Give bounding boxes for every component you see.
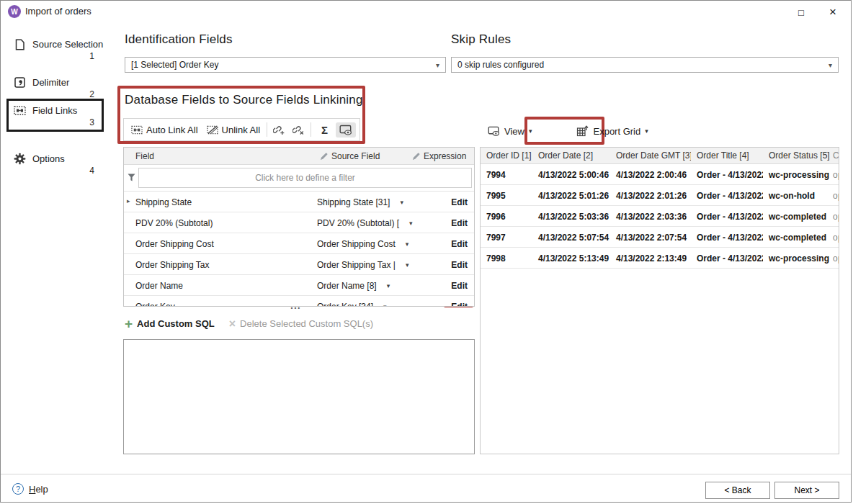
field-links-table: Field Source Field Expression Click here… xyxy=(123,147,475,307)
identification-fields-value: [1 Selected] Order Key xyxy=(131,60,218,70)
identification-fields-dropdown[interactable]: [1 Selected] Order Key ▾ xyxy=(125,57,446,73)
add-custom-sql-button[interactable]: Add Custom SQL xyxy=(137,318,215,329)
next-button[interactable]: Next > xyxy=(774,482,839,499)
order-cell: 7996 xyxy=(481,206,532,226)
chevron-down-icon: ▾ xyxy=(387,282,390,289)
field-link-row[interactable]: ▸Order Shipping CostOrder Shipping Cost▾… xyxy=(124,233,474,254)
auto-link-all-button[interactable]: Auto Link All xyxy=(127,122,202,138)
export-grid-button[interactable]: Export Grid ▾ xyxy=(571,122,653,140)
export-grid-icon xyxy=(576,125,589,137)
toolbar-separator xyxy=(267,122,267,137)
order-cell: 4/13/2022 5:03:36 xyxy=(532,206,610,226)
source-field-dropdown[interactable]: PDV 20% (Subtotal) [▾ xyxy=(317,218,413,228)
order-row[interactable]: 79944/13/2022 5:00:464/13/2022 2:00:46Or… xyxy=(481,164,839,185)
view-button[interactable]: View ▾ xyxy=(482,123,537,140)
custom-sql-bar: + Add Custom SQL × Delete Selected Custo… xyxy=(125,318,373,329)
grid-column-header[interactable]: Order Date GMT [3] xyxy=(610,148,691,163)
field-link-row[interactable]: ▸Shipping StateShipping State [31]▾Edit xyxy=(124,192,474,212)
remove-link-button[interactable] xyxy=(289,122,308,138)
edit-button[interactable]: Edit xyxy=(451,260,468,270)
import-orders-window: W Import of orders □ × Source Selection … xyxy=(0,0,852,503)
step-number: 3 xyxy=(14,117,102,127)
auto-link-all-label: Auto Link All xyxy=(146,125,198,135)
grid-column-header[interactable]: Order Date [2] xyxy=(532,148,610,163)
unlink-all-button[interactable]: Unlink All xyxy=(202,122,264,138)
filter-input[interactable]: Click here to define a filter xyxy=(138,168,472,188)
auto-link-icon xyxy=(131,125,143,135)
close-button[interactable]: × xyxy=(821,4,845,21)
export-grid-label: Export Grid xyxy=(593,126,640,137)
back-button[interactable]: < Back xyxy=(705,482,770,499)
row-expander-icon[interactable]: ▸ xyxy=(127,197,130,204)
grid-column-header[interactable]: C xyxy=(830,148,839,163)
field-link-row[interactable]: ▸Order Shipping TaxOrder Shipping Tax |▾… xyxy=(124,254,474,275)
sidebar-item-label: Options xyxy=(32,153,65,164)
expression-sigma-button[interactable]: Σ xyxy=(313,122,336,138)
column-header-field[interactable]: Field xyxy=(135,151,154,161)
orders-preview-grid: Order ID [1]Order Date [2]Order Date GMT… xyxy=(480,147,839,454)
field-link-row[interactable]: ▸PDV 20% (Subtotal)PDV 20% (Subtotal) [▾… xyxy=(124,212,474,233)
source-field-dropdown[interactable]: Order Shipping Tax |▾ xyxy=(317,260,409,270)
field-name: Order Name xyxy=(135,281,183,291)
edit-button[interactable]: Edit xyxy=(451,197,468,207)
edit-button[interactable]: Edit xyxy=(451,218,468,228)
sidebar-item-field-links[interactable]: Field Links 3 xyxy=(6,99,104,132)
filter-funnel-icon[interactable] xyxy=(128,174,135,181)
order-row[interactable]: 79954/13/2022 5:01:264/13/2022 2:01:26Or… xyxy=(481,185,839,206)
source-field-dropdown[interactable]: Order Shipping Cost▾ xyxy=(317,239,408,249)
resize-grip[interactable]: ... xyxy=(290,300,301,311)
maximize-button[interactable]: □ xyxy=(789,4,813,21)
order-cell: op xyxy=(830,185,839,205)
help-link[interactable]: ? Help xyxy=(12,483,48,495)
order-cell: 4/13/2022 5:13:49 xyxy=(532,248,610,268)
unlink-icon xyxy=(207,125,218,135)
chevron-down-icon: ▾ xyxy=(383,303,387,307)
help-question-icon: ? xyxy=(12,483,24,495)
window-title: Import of orders xyxy=(25,6,91,17)
edit-button[interactable]: Edit xyxy=(451,281,468,291)
column-header-source-field[interactable]: Source Field xyxy=(320,151,380,161)
source-field-dropdown[interactable]: Shipping State [31]▾ xyxy=(317,197,403,207)
custom-sql-editor[interactable] xyxy=(123,339,475,454)
grid-column-header[interactable]: Order Title [4] xyxy=(691,148,763,163)
grid-column-header[interactable]: Order Status [5] xyxy=(763,148,830,163)
delete-custom-sql-button[interactable]: Delete Selected Custom SQL(s) xyxy=(240,318,373,329)
order-cell: wc-on-hold xyxy=(763,185,830,205)
field-name: Order Shipping Tax xyxy=(135,260,210,270)
order-cell: op xyxy=(830,164,839,184)
order-cell: op xyxy=(830,206,839,226)
pencil-icon xyxy=(320,153,328,161)
pencil-icon xyxy=(412,153,420,161)
grid-column-header[interactable]: Order ID [1] xyxy=(481,148,532,163)
view-eye-icon xyxy=(488,126,500,136)
column-header-expression[interactable]: Expression xyxy=(412,151,466,161)
order-cell: Order - 4/13/2022 xyxy=(691,227,763,247)
step-number: 4 xyxy=(14,166,102,176)
gear-icon xyxy=(14,153,26,165)
sidebar-item-source-selection[interactable]: Source Selection 1 xyxy=(6,32,104,66)
order-row[interactable]: 79974/13/2022 5:07:544/13/2022 2:07:54Or… xyxy=(481,227,839,248)
chevron-down-icon: ▾ xyxy=(529,127,532,135)
field-name: PDV 20% (Subtotal) xyxy=(135,218,213,228)
field-link-row[interactable]: ▸Order NameOrder Name [8]▾Edit xyxy=(124,275,474,296)
sidebar-item-options[interactable]: Options 4 xyxy=(6,147,104,180)
order-cell: wc-completed xyxy=(763,206,830,226)
preview-toggle-button[interactable] xyxy=(336,122,356,138)
order-cell: Order - 4/13/2022 xyxy=(691,185,763,205)
source-field-dropdown[interactable]: Order Name [8]▾ xyxy=(317,281,390,291)
edit-button[interactable]: Edit xyxy=(451,302,468,307)
chevron-down-icon: ▾ xyxy=(409,220,413,227)
skip-rules-value: 0 skip rules configured xyxy=(457,60,544,70)
chevron-down-icon: ▾ xyxy=(829,61,832,69)
link-toolbar: Auto Link All Unlink All Σ xyxy=(123,118,360,141)
order-row[interactable]: 79984/13/2022 5:13:494/13/2022 2:13:49Or… xyxy=(481,248,839,269)
order-cell: Order - 4/13/2022 xyxy=(691,248,763,268)
add-link-button[interactable] xyxy=(269,122,289,138)
edit-button[interactable]: Edit xyxy=(451,239,468,249)
skip-rules-dropdown[interactable]: 0 skip rules configured ▾ xyxy=(451,57,839,73)
order-row[interactable]: 79964/13/2022 5:03:364/13/2022 2:03:36Or… xyxy=(481,206,839,227)
order-cell: 7995 xyxy=(481,185,532,205)
source-field-dropdown[interactable]: Order Key [34]▾ xyxy=(317,302,387,307)
order-cell: 4/13/2022 5:00:46 xyxy=(532,164,610,184)
order-cell: wc-processing xyxy=(763,164,830,184)
